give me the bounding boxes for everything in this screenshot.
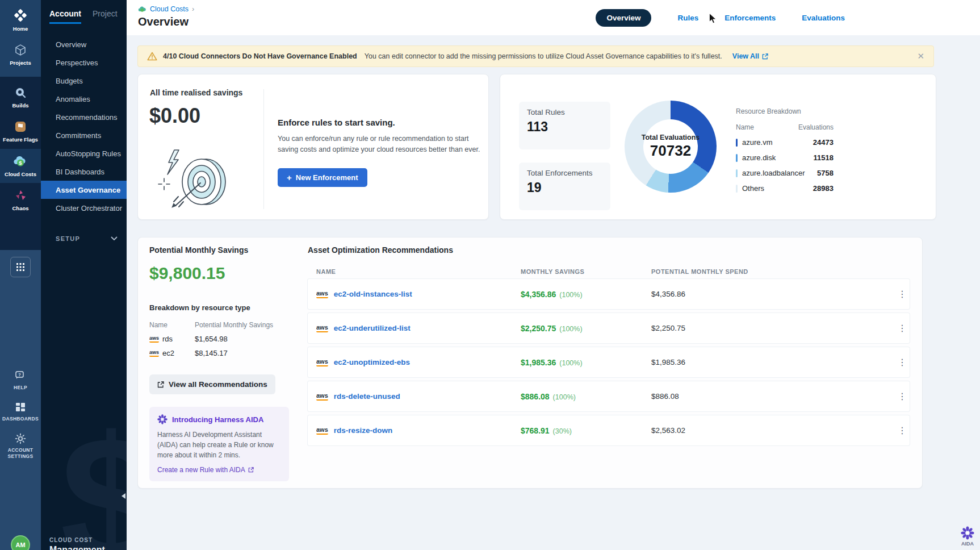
recommendation-link[interactable]: rds-delete-unused [334,392,400,401]
dashboards-button[interactable]: DASHBOARDS [0,396,41,427]
table-row[interactable]: aws ec2-old-instances-list $4,356.86(100… [308,279,910,309]
aida-promo-body: Harness AI Development Assistant (AIDA) … [157,430,281,460]
rail-bottom-section: ? HELP DASHBOARDS [0,250,41,550]
legend-col-name: Name [736,123,754,131]
asset-optimization-section: Asset Optimization Recommendations NAME … [308,245,910,445]
legend-name-others: Others [742,184,764,193]
breadcrumb-cloud-costs[interactable]: Cloud Costs [150,5,189,13]
sidebar-item-autostopping-rules[interactable]: AutoStopping Rules [41,144,127,163]
donut-center-label: Total Evaluations [642,134,700,141]
row-potential-spend: $1,985.36 [651,358,895,366]
svg-text:$: $ [19,160,22,166]
table-row[interactable]: aws ec2-unoptimized-ebs $1,985.36(100%) … [308,347,910,377]
table-row[interactable]: aws rds-delete-unused $886.08(100%) $886… [308,381,910,411]
tab-project[interactable]: Project [93,9,118,24]
banner-message: You can edit connector to add the missin… [365,52,722,60]
table-row[interactable]: aws ec2-underutilized-list $2,250.75(100… [308,313,910,343]
module-projects[interactable]: Projects [0,38,41,72]
aida-create-rule-link[interactable]: Create a new Rule with AIDA [157,466,281,474]
legend-header: Name Evaluations [736,123,834,131]
recommendation-link[interactable]: ec2-underutilized-list [334,324,411,332]
legend-value-azure-disk: 11518 [814,153,834,162]
module-builds[interactable]: Builds [0,80,41,114]
module-chaos[interactable]: Chaos [0,183,41,217]
account-settings-button[interactable]: ACCOUNT SETTINGS [0,427,41,464]
row-kebab-menu[interactable]: ⋮ [895,426,910,435]
sidebar-item-perspectives[interactable]: Perspectives [41,53,127,72]
promo-title: Enforce rules to start saving. [278,118,488,127]
table-row[interactable]: aws rds-resize-down $768.91(30%) $2,563.… [308,415,910,445]
sidebar-item-recommendations[interactable]: Recommendations [41,108,127,126]
breadcrumb: Cloud Costs › [138,5,194,13]
new-enforcement-button[interactable]: + New Enforcement [278,168,367,187]
potential-savings-column: Potential Monthly Savings $9,800.15 Brea… [149,245,291,481]
sidebar-setup-toggle[interactable]: SETUP [41,231,127,247]
resource-breakdown-title: Resource Breakdown [736,107,834,115]
breakdown-name-ec2: ec2 [162,349,174,357]
total-enforcements-label: Total Enforcements [527,169,602,177]
module-grid-button[interactable] [10,257,31,277]
svg-text:?: ? [18,372,21,377]
row-savings-percent: (30%) [553,427,572,435]
row-kebab-menu[interactable]: ⋮ [895,358,910,367]
sidebar-footer: CLOUD COST Management [49,537,105,550]
legend-value-others: 28983 [813,184,834,193]
realised-savings-title: All time realised savings [150,88,242,97]
banner-close-button[interactable]: ✕ [917,51,924,61]
row-monthly-savings: $768.91 [521,426,550,435]
aida-promo-title: Introducing Harness AIDA [172,415,263,424]
legend-row: azure.vm 24473 [736,138,834,147]
sidebar-item-commitments[interactable]: Commitments [41,126,127,144]
module-cloud-costs[interactable]: $ Cloud Costs [0,149,41,183]
total-enforcements-value: 19 [527,180,602,195]
legend-swatch-azure-disk [736,154,738,162]
row-kebab-menu[interactable]: ⋮ [895,324,910,333]
col-header-monthly-savings: MONTHLY SAVINGS [521,268,651,275]
tab-account[interactable]: Account [49,9,81,24]
sidebar-item-budgets[interactable]: Budgets [41,72,127,90]
potential-savings-title: Potential Monthly Savings [149,245,291,255]
external-link-icon [157,381,164,388]
legend-col-evaluations: Evaluations [798,123,834,131]
harness-ccm-overview: { "icons": { "close": "✕", "kebab": "⋮",… [0,0,980,550]
harness-home-icon [13,8,28,23]
cloud-costs-icon: $ [13,155,28,168]
aida-promo-box: Introducing Harness AIDA Harness AI Deve… [149,407,289,481]
breakdown-col-savings: Potential Monthly Savings [195,321,273,329]
banner-view-all-link[interactable]: View All [732,52,768,60]
realised-savings-card: All time realised savings $0.00 [137,74,489,220]
view-all-recommendations-button[interactable]: View all Recommendations [149,374,275,394]
legend-swatch-azure-vm [736,139,738,147]
sidebar-item-bi-dashboards[interactable]: BI Dashboards [41,163,127,181]
tab-enforcements[interactable]: Enforcements [724,14,776,22]
tab-overview[interactable]: Overview [596,9,651,27]
main-area: Cloud Costs › Overview Overview Rules En… [127,0,980,550]
help-button[interactable]: ? HELP [0,365,41,396]
banner-title: 4/10 Cloud Connectors Do Not Have Govern… [163,52,357,60]
breadcrumb-separator: › [192,5,194,13]
aws-icon: aws [316,324,328,332]
potential-savings-amount: $9,800.15 [149,264,291,283]
tab-rules[interactable]: Rules [677,14,698,22]
user-avatar[interactable]: AM [11,535,30,550]
sidebar-collapse-handle[interactable] [122,493,125,499]
recommendation-link[interactable]: ec2-unoptimized-ebs [334,358,410,366]
recommendation-link[interactable]: ec2-old-instances-list [334,290,412,298]
sidebar-item-anomalies[interactable]: Anomalies [41,90,127,108]
help-label: HELP [14,385,27,390]
sidebar-item-asset-governance[interactable]: Asset Governance [41,181,127,199]
row-kebab-menu[interactable]: ⋮ [895,392,910,401]
recommendation-link[interactable]: rds-resize-down [334,426,393,435]
page-title: Overview [138,15,189,28]
sidebar-item-cluster-orchestrator[interactable]: Cluster Orchestrator [41,199,127,217]
module-feature-flags[interactable]: Feature Flags [0,114,41,148]
aida-fab[interactable]: AIDA [961,526,974,547]
tab-evaluations[interactable]: Evaluations [802,14,845,22]
recommendations-card: Potential Monthly Savings $9,800.15 Brea… [137,237,923,489]
row-kebab-menu[interactable]: ⋮ [895,290,910,299]
module-home[interactable]: Home [0,2,41,38]
chaos-icon [14,189,27,202]
module-builds-label: Builds [12,102,28,109]
sidebar-item-overview[interactable]: Overview [41,35,127,53]
warning-icon [147,52,157,61]
